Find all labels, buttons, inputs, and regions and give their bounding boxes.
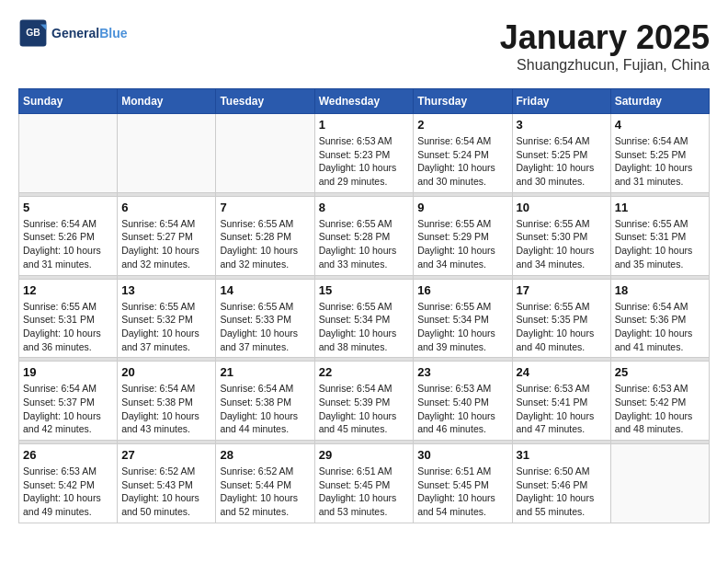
weekday-header-tuesday: Tuesday <box>216 89 314 114</box>
calendar-cell: 6Sunrise: 6:54 AM Sunset: 5:27 PM Daylig… <box>118 196 216 275</box>
calendar-cell: 11Sunrise: 6:55 AM Sunset: 5:31 PM Dayli… <box>610 196 709 275</box>
day-number: 28 <box>220 448 310 462</box>
day-number: 30 <box>417 448 507 462</box>
calendar-cell: 15Sunrise: 6:55 AM Sunset: 5:34 PM Dayli… <box>314 279 414 358</box>
day-number: 27 <box>121 448 211 462</box>
day-info: Sunrise: 6:51 AM Sunset: 5:45 PM Dayligh… <box>417 465 507 519</box>
day-number: 25 <box>615 365 705 379</box>
day-info: Sunrise: 6:53 AM Sunset: 5:40 PM Dayligh… <box>417 382 507 436</box>
day-number: 14 <box>220 283 310 297</box>
day-info: Sunrise: 6:54 AM Sunset: 5:25 PM Dayligh… <box>615 134 705 189</box>
day-number: 26 <box>23 448 113 462</box>
day-number: 1 <box>319 118 410 132</box>
calendar-cell: 7Sunrise: 6:55 AM Sunset: 5:28 PM Daylig… <box>216 196 314 275</box>
day-number: 19 <box>23 365 113 379</box>
calendar-cell: 25Sunrise: 6:53 AM Sunset: 5:42 PM Dayli… <box>610 362 709 441</box>
calendar-table: SundayMondayTuesdayWednesdayThursdayFrid… <box>18 88 710 523</box>
day-number: 3 <box>517 118 607 132</box>
logo-icon: GB <box>18 18 48 48</box>
calendar-cell: 10Sunrise: 6:55 AM Sunset: 5:30 PM Dayli… <box>512 196 610 275</box>
day-number: 23 <box>417 365 507 379</box>
title-block: January 2025 Shuangzhucun, Fujian, China <box>500 18 710 74</box>
day-info: Sunrise: 6:54 AM Sunset: 5:27 PM Dayligh… <box>121 217 211 271</box>
calendar-cell: 24Sunrise: 6:53 AM Sunset: 5:41 PM Dayli… <box>512 362 610 441</box>
month-title: January 2025 <box>500 18 710 57</box>
day-info: Sunrise: 6:55 AM Sunset: 5:34 PM Dayligh… <box>417 300 507 354</box>
day-number: 18 <box>615 283 705 297</box>
calendar-cell: 18Sunrise: 6:54 AM Sunset: 5:36 PM Dayli… <box>610 279 709 358</box>
day-number: 9 <box>417 201 507 214</box>
calendar-cell: 4Sunrise: 6:54 AM Sunset: 5:25 PM Daylig… <box>610 114 709 193</box>
day-info: Sunrise: 6:51 AM Sunset: 5:45 PM Dayligh… <box>319 465 410 519</box>
day-number: 21 <box>220 365 310 379</box>
day-info: Sunrise: 6:55 AM Sunset: 5:34 PM Dayligh… <box>319 300 410 354</box>
day-number: 31 <box>517 448 607 462</box>
day-info: Sunrise: 6:55 AM Sunset: 5:35 PM Dayligh… <box>517 300 607 354</box>
week-row-2: 5Sunrise: 6:54 AM Sunset: 5:26 PM Daylig… <box>19 196 710 275</box>
calendar-cell: 8Sunrise: 6:55 AM Sunset: 5:28 PM Daylig… <box>314 196 414 275</box>
calendar-cell <box>19 114 118 193</box>
day-info: Sunrise: 6:52 AM Sunset: 5:43 PM Dayligh… <box>121 465 211 519</box>
day-info: Sunrise: 6:52 AM Sunset: 5:44 PM Dayligh… <box>220 465 310 519</box>
day-info: Sunrise: 6:55 AM Sunset: 5:32 PM Dayligh… <box>121 300 211 354</box>
weekday-header-sunday: Sunday <box>19 89 118 114</box>
calendar-cell: 23Sunrise: 6:53 AM Sunset: 5:40 PM Dayli… <box>414 362 512 441</box>
day-info: Sunrise: 6:54 AM Sunset: 5:25 PM Dayligh… <box>517 134 607 189</box>
calendar-cell: 28Sunrise: 6:52 AM Sunset: 5:44 PM Dayli… <box>216 444 314 523</box>
calendar-cell: 31Sunrise: 6:50 AM Sunset: 5:46 PM Dayli… <box>512 444 610 523</box>
day-number: 7 <box>220 201 310 214</box>
day-number: 15 <box>319 283 410 297</box>
logo: GB GeneralBlue <box>18 18 127 48</box>
calendar-cell: 21Sunrise: 6:54 AM Sunset: 5:38 PM Dayli… <box>216 362 314 441</box>
calendar-cell <box>610 444 709 523</box>
week-row-4: 19Sunrise: 6:54 AM Sunset: 5:37 PM Dayli… <box>19 362 710 441</box>
day-number: 20 <box>121 365 211 379</box>
location-subtitle: Shuangzhucun, Fujian, China <box>500 57 710 74</box>
day-number: 13 <box>121 283 211 297</box>
day-info: Sunrise: 6:55 AM Sunset: 5:28 PM Dayligh… <box>319 217 410 271</box>
day-number: 8 <box>319 201 410 214</box>
day-number: 10 <box>517 201 607 214</box>
day-number: 17 <box>517 283 607 297</box>
calendar-cell <box>118 114 216 193</box>
day-info: Sunrise: 6:55 AM Sunset: 5:30 PM Dayligh… <box>517 217 607 271</box>
calendar-cell: 19Sunrise: 6:54 AM Sunset: 5:37 PM Dayli… <box>19 362 118 441</box>
week-row-1: 1Sunrise: 6:53 AM Sunset: 5:23 PM Daylig… <box>19 114 710 193</box>
calendar-cell: 16Sunrise: 6:55 AM Sunset: 5:34 PM Dayli… <box>414 279 512 358</box>
day-info: Sunrise: 6:55 AM Sunset: 5:28 PM Dayligh… <box>220 217 310 271</box>
day-number: 16 <box>417 283 507 297</box>
weekday-header-friday: Friday <box>512 89 610 114</box>
day-info: Sunrise: 6:55 AM Sunset: 5:31 PM Dayligh… <box>615 217 705 271</box>
calendar-cell: 30Sunrise: 6:51 AM Sunset: 5:45 PM Dayli… <box>414 444 512 523</box>
calendar-cell: 5Sunrise: 6:54 AM Sunset: 5:26 PM Daylig… <box>19 196 118 275</box>
calendar-cell: 3Sunrise: 6:54 AM Sunset: 5:25 PM Daylig… <box>512 114 610 193</box>
day-number: 29 <box>319 448 410 462</box>
calendar-cell: 9Sunrise: 6:55 AM Sunset: 5:29 PM Daylig… <box>414 196 512 275</box>
calendar-cell: 26Sunrise: 6:53 AM Sunset: 5:42 PM Dayli… <box>19 444 118 523</box>
calendar-cell: 29Sunrise: 6:51 AM Sunset: 5:45 PM Dayli… <box>314 444 414 523</box>
calendar-cell: 13Sunrise: 6:55 AM Sunset: 5:32 PM Dayli… <box>118 279 216 358</box>
day-info: Sunrise: 6:54 AM Sunset: 5:39 PM Dayligh… <box>319 382 410 436</box>
calendar-cell: 2Sunrise: 6:54 AM Sunset: 5:24 PM Daylig… <box>414 114 512 193</box>
calendar-cell: 12Sunrise: 6:55 AM Sunset: 5:31 PM Dayli… <box>19 279 118 358</box>
logo-text: GeneralBlue <box>51 26 127 40</box>
weekday-header-thursday: Thursday <box>414 89 512 114</box>
week-row-3: 12Sunrise: 6:55 AM Sunset: 5:31 PM Dayli… <box>19 279 710 358</box>
day-number: 2 <box>417 118 507 132</box>
day-info: Sunrise: 6:53 AM Sunset: 5:42 PM Dayligh… <box>23 465 113 519</box>
day-number: 24 <box>517 365 607 379</box>
day-number: 11 <box>615 201 705 214</box>
day-info: Sunrise: 6:55 AM Sunset: 5:31 PM Dayligh… <box>23 300 113 354</box>
page-header: GB GeneralBlue January 2025 Shuangzhucun… <box>18 18 710 74</box>
day-info: Sunrise: 6:53 AM Sunset: 5:23 PM Dayligh… <box>319 134 410 189</box>
day-info: Sunrise: 6:54 AM Sunset: 5:37 PM Dayligh… <box>23 382 113 436</box>
day-info: Sunrise: 6:54 AM Sunset: 5:26 PM Dayligh… <box>23 217 113 271</box>
calendar-cell: 22Sunrise: 6:54 AM Sunset: 5:39 PM Dayli… <box>314 362 414 441</box>
calendar-cell: 27Sunrise: 6:52 AM Sunset: 5:43 PM Dayli… <box>118 444 216 523</box>
day-info: Sunrise: 6:55 AM Sunset: 5:29 PM Dayligh… <box>417 217 507 271</box>
calendar-cell: 17Sunrise: 6:55 AM Sunset: 5:35 PM Dayli… <box>512 279 610 358</box>
day-number: 22 <box>319 365 410 379</box>
calendar-cell <box>216 114 314 193</box>
day-number: 6 <box>121 201 211 214</box>
day-info: Sunrise: 6:50 AM Sunset: 5:46 PM Dayligh… <box>517 465 607 519</box>
